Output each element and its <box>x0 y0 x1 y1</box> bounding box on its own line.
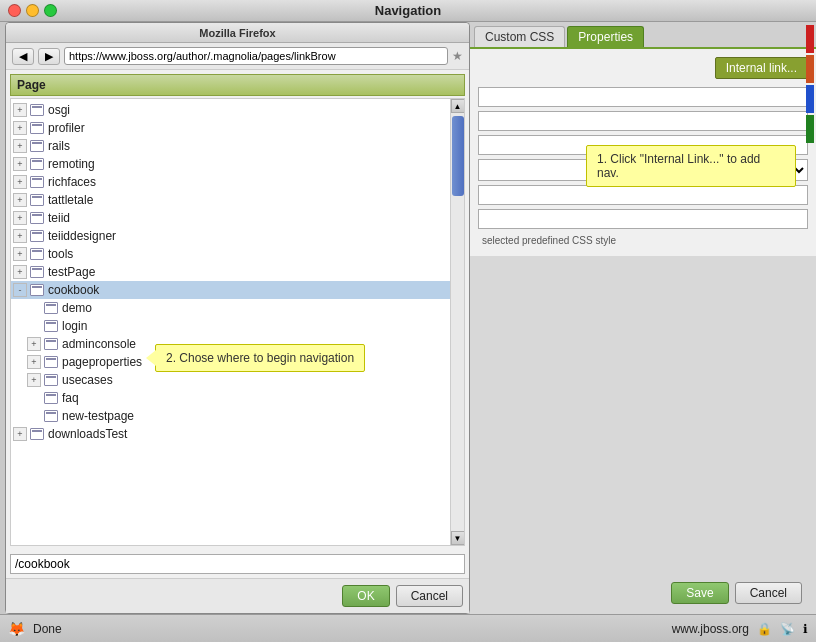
save-button[interactable]: Save <box>671 582 728 604</box>
expand-spacer <box>27 319 41 333</box>
list-item[interactable]: + rails <box>11 137 464 155</box>
page-icon <box>29 174 45 190</box>
list-item[interactable]: + teiiddesigner <box>11 227 464 245</box>
minimize-button[interactable] <box>26 4 39 17</box>
list-item[interactable]: + testPage <box>11 263 464 281</box>
browser-footer: OK Cancel <box>6 578 469 613</box>
page-icon <box>43 354 59 370</box>
tree-container: + osgi + profiler + rails <box>10 98 465 546</box>
css-hint: selected predefined CSS style <box>478 233 808 248</box>
internal-link-button[interactable]: Internal link... <box>715 57 808 79</box>
tab-custom-css[interactable]: Custom CSS <box>474 26 565 47</box>
list-item[interactable]: + profiler <box>11 119 464 137</box>
expand-icon[interactable]: + <box>13 193 27 207</box>
status-bar: 🦊 Done www.jboss.org 🔒 📡 ℹ <box>0 614 816 642</box>
os-titlebar: Navigation <box>0 0 816 22</box>
page-icon <box>29 102 45 118</box>
scroll-down-arrow[interactable]: ▼ <box>451 531 465 545</box>
side-bar-green <box>806 115 814 143</box>
expand-icon[interactable]: + <box>13 121 27 135</box>
expand-icon[interactable]: + <box>13 157 27 171</box>
expand-spacer <box>27 391 41 405</box>
page-icon <box>43 318 59 334</box>
list-item[interactable]: + teiid <box>11 209 464 227</box>
page-icon <box>29 246 45 262</box>
nav-field-4[interactable] <box>478 185 808 205</box>
cookbook-label: cookbook <box>48 283 99 297</box>
ok-button[interactable]: OK <box>342 585 389 607</box>
expand-icon[interactable]: + <box>13 427 27 441</box>
page-icon <box>43 300 59 316</box>
list-item[interactable]: + downloadsTest <box>11 425 464 443</box>
forward-button[interactable]: ▶ <box>38 48 60 65</box>
expand-icon[interactable]: + <box>27 373 41 387</box>
os-window: Navigation Mozilla Firefox ◀ ▶ ★ Page + … <box>0 0 816 642</box>
list-item[interactable]: + usecases <box>11 371 464 389</box>
status-text: Done <box>33 622 62 636</box>
expand-icon[interactable]: + <box>13 211 27 225</box>
close-button[interactable] <box>8 4 21 17</box>
info-icon: ℹ <box>803 622 808 636</box>
cancel-right-button[interactable]: Cancel <box>735 582 802 604</box>
page-icon <box>43 390 59 406</box>
form-row <box>478 185 808 205</box>
cancel-button[interactable]: Cancel <box>396 585 463 607</box>
expand-icon[interactable]: + <box>13 103 27 117</box>
browser-toolbar: ◀ ▶ ★ <box>6 43 469 70</box>
list-item[interactable]: + osgi <box>11 101 464 119</box>
page-icon <box>43 408 59 424</box>
nav-field-2[interactable] <box>478 111 808 131</box>
firefox-icon: 🦊 <box>8 621 25 637</box>
tree-scrollbar[interactable]: ▲ ▼ <box>450 99 464 545</box>
status-domain: www.jboss.org <box>672 622 749 636</box>
window-title: Navigation <box>375 3 441 18</box>
tooltip-step1: 1. Click "Internal Link..." to add nav. <box>586 145 796 187</box>
list-item[interactable]: + tools <box>11 245 464 263</box>
expand-icon[interactable]: + <box>13 229 27 243</box>
list-item[interactable]: + remoting <box>11 155 464 173</box>
list-item[interactable]: demo <box>11 299 464 317</box>
page-icon <box>29 228 45 244</box>
page-icon <box>29 210 45 226</box>
expand-icon[interactable]: + <box>13 139 27 153</box>
back-button[interactable]: ◀ <box>12 48 34 65</box>
list-item[interactable]: login <box>11 317 464 335</box>
side-bar-red <box>806 25 814 53</box>
scroll-thumb[interactable] <box>452 116 464 196</box>
tab-properties[interactable]: Properties <box>567 26 644 47</box>
page-icon <box>43 336 59 352</box>
url-bar[interactable] <box>64 47 448 65</box>
side-bar-orange <box>806 55 814 83</box>
list-item[interactable]: faq <box>11 389 464 407</box>
nav-field-1[interactable] <box>478 87 808 107</box>
rss-icon: 📡 <box>780 622 795 636</box>
bookmark-star-icon[interactable]: ★ <box>452 49 463 63</box>
expand-icon[interactable]: + <box>27 355 41 369</box>
bottom-right-buttons: Save Cancel <box>671 582 802 604</box>
expand-icon[interactable]: + <box>13 175 27 189</box>
page-icon <box>29 120 45 136</box>
form-row <box>478 111 808 131</box>
tooltip-arrow-icon <box>146 350 156 366</box>
page-icon <box>29 156 45 172</box>
expand-spacer <box>27 409 41 423</box>
maximize-button[interactable] <box>44 4 57 17</box>
expand-icon[interactable]: + <box>13 247 27 261</box>
scroll-up-arrow[interactable]: ▲ <box>451 99 465 113</box>
expand-icon[interactable]: - <box>13 283 27 297</box>
expand-icon[interactable]: + <box>27 337 41 351</box>
page-icon <box>29 426 45 442</box>
tree-scroll-content: + osgi + profiler + rails <box>11 99 464 445</box>
page-icon <box>29 282 45 298</box>
browser-titlebar: Mozilla Firefox <box>6 23 469 43</box>
list-item[interactable]: new-testpage <box>11 407 464 425</box>
tooltip-step2: 2. Chose where to begin navigation <box>155 344 365 372</box>
path-input[interactable] <box>10 554 465 574</box>
nav-field-5[interactable] <box>478 209 808 229</box>
list-item[interactable]: + richfaces <box>11 173 464 191</box>
list-item[interactable]: - cookbook <box>11 281 464 299</box>
right-panel: Custom CSS Properties Internal link... <box>470 22 816 614</box>
lock-icon: 🔒 <box>757 622 772 636</box>
list-item[interactable]: + tattletale <box>11 191 464 209</box>
expand-icon[interactable]: + <box>13 265 27 279</box>
